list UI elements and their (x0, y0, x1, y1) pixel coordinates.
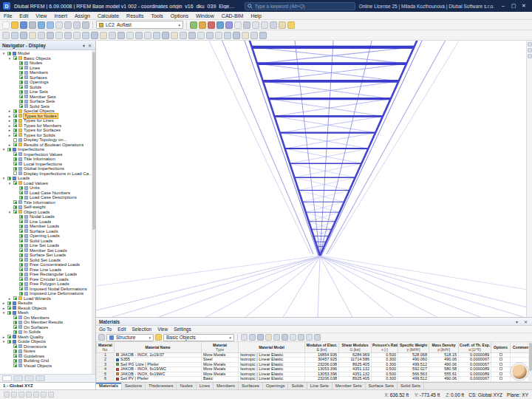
visibility-checkbox[interactable] (19, 90, 23, 94)
table-tab-member-sets[interactable]: Member Sets (332, 383, 366, 389)
view-toolbar-icon-16[interactable] (135, 32, 143, 39)
visibility-checkbox[interactable] (13, 181, 17, 185)
menu-calculate[interactable]: Calculate (94, 12, 123, 20)
table-tool-icon-10[interactable] (314, 334, 321, 341)
materials-menu-edit[interactable]: Edit (115, 326, 129, 333)
navigator-tab-views[interactable] (24, 375, 34, 381)
expand-icon[interactable]: ▸ (7, 118, 12, 123)
view-toolbar-icon-30[interactable] (259, 32, 267, 39)
table-tab-sections[interactable]: Sections (122, 383, 146, 389)
table-tab-materials[interactable]: Materials (96, 383, 122, 389)
open-icon[interactable] (11, 21, 18, 29)
table-scrollbar[interactable] (528, 342, 532, 382)
visibility-checkbox[interactable] (19, 263, 23, 267)
menu-view[interactable]: View (32, 12, 50, 20)
visibility-checkbox[interactable] (13, 316, 17, 319)
table-tab-lines[interactable]: Lines (197, 383, 214, 389)
pin-icon[interactable]: ▾ (81, 43, 86, 48)
visibility-checkbox[interactable] (19, 100, 23, 103)
load-case-combo[interactable]: LC2 Auflast ▾ (96, 21, 183, 29)
view-toolbar-icon-10[interactable] (82, 32, 89, 39)
column-header-coeff-of-th-exp[interactable]: Coeff. of Th. Exp.α [1/°F] (459, 342, 491, 352)
view-toolbar-icon-4[interactable] (29, 32, 36, 39)
visibility-checkbox[interactable] (13, 56, 17, 60)
close-button[interactable]: ✕ (519, 1, 529, 11)
save-icon[interactable] (20, 21, 27, 29)
view-toolbar-icon-3[interactable] (20, 32, 27, 39)
view-toolbar-icon-6[interactable] (47, 32, 54, 39)
new-file-icon[interactable] (2, 21, 10, 29)
column-header-material[interactable]: MaterialType (202, 342, 239, 352)
view-toolbar-icon-25[interactable] (215, 32, 222, 39)
table-tab-surface-sets[interactable]: Surface Sets (366, 383, 398, 389)
navigator-tab-results[interactable] (35, 375, 45, 381)
collapse-icon[interactable]: ▾ (1, 147, 6, 151)
option-checkbox[interactable] (499, 363, 502, 366)
view-toolbar-icon-19[interactable] (162, 32, 169, 39)
menu-tools[interactable]: Tools (147, 12, 166, 20)
view-toolbar-icon-7[interactable] (55, 32, 63, 39)
visibility-checkbox[interactable] (19, 292, 23, 296)
visibility-checkbox[interactable] (7, 340, 11, 344)
visibility-checkbox[interactable] (13, 344, 17, 348)
view-toolbar-icon-20[interactable] (171, 32, 178, 39)
visibility-checkbox[interactable] (19, 191, 23, 194)
visibility-checkbox[interactable] (19, 219, 23, 223)
user-avatar[interactable] (511, 364, 528, 380)
expand-icon[interactable]: ▸ (1, 301, 6, 305)
view-toolbar-icon-17[interactable] (144, 32, 151, 39)
view-toolbar-icon-14[interactable] (117, 32, 125, 39)
visibility-checkbox[interactable] (13, 171, 17, 175)
materials-menu-selection[interactable]: Selection (129, 326, 154, 333)
menu-insert[interactable]: Insert (50, 12, 71, 20)
view-toolbar-icon-2[interactable] (11, 32, 18, 39)
visibility-checkbox[interactable] (13, 349, 17, 353)
menu-window[interactable]: Window (192, 12, 218, 20)
loads-icon[interactable] (208, 21, 215, 29)
visibility-checkbox[interactable] (19, 61, 23, 65)
visibility-checkbox[interactable] (19, 229, 23, 233)
option-checkbox[interactable] (499, 372, 502, 375)
navigator-icon[interactable] (64, 21, 72, 29)
table-tool-icon-1[interactable] (241, 334, 248, 341)
column-header-poisson-s-ratio[interactable]: Poisson's Ratioν [-] (372, 342, 398, 352)
view-toolbar-icon-23[interactable] (197, 32, 205, 39)
maximize-button[interactable]: ▢ (508, 1, 519, 11)
column-header-modulus-of-elast[interactable]: Modulus of Elast.E [ksi] (305, 342, 339, 352)
zoom-in-icon[interactable] (252, 21, 259, 29)
status-toggle-icon-7[interactable] (48, 392, 54, 398)
view-toolbar-icon-21[interactable] (180, 32, 187, 39)
scope-combo[interactable]: Structure ▾ (106, 334, 154, 341)
undo-icon[interactable] (38, 21, 45, 29)
search-box[interactable] (245, 2, 355, 10)
view-toolbar-icon-15[interactable] (126, 32, 134, 39)
visibility-checkbox[interactable] (19, 248, 23, 252)
view-toolbar-icon-5[interactable] (38, 32, 45, 39)
tables-icon[interactable] (73, 21, 81, 29)
menu-edit[interactable]: Edit (16, 12, 32, 20)
dock-icon[interactable]: ▾ (514, 319, 519, 324)
menu-options[interactable]: Options (167, 12, 192, 20)
table-tool-icon-4[interactable] (265, 334, 272, 341)
view-toolbar-icon-11[interactable] (91, 32, 98, 39)
visibility-checkbox[interactable] (19, 66, 23, 69)
view-toolbar-icon-9[interactable] (73, 32, 81, 39)
table-tool-icon-2[interactable] (249, 334, 256, 341)
visibility-checkbox[interactable] (13, 330, 17, 334)
table-tool-icon-6[interactable] (282, 334, 288, 341)
collapse-icon[interactable]: ▾ (1, 51, 6, 55)
option-checkbox[interactable] (499, 377, 502, 380)
tree-item-results-of-boolean-operations[interactable]: ▸Results of Boolean Operations (0, 143, 95, 148)
option-checkbox[interactable] (499, 358, 502, 361)
table-tab-line-sets[interactable]: Line Sets (307, 383, 332, 389)
visibility-checkbox[interactable] (13, 359, 17, 363)
collapse-icon[interactable]: ▾ (1, 176, 6, 180)
table-tab-solid-sets[interactable]: Solid Sets (398, 383, 424, 389)
collapse-icon[interactable]: ▾ (1, 310, 6, 315)
expand-icon[interactable]: ▸ (7, 114, 12, 118)
visibility-checkbox[interactable] (13, 354, 17, 358)
visibility-checkbox[interactable] (19, 71, 23, 75)
visibility-checkbox[interactable] (13, 133, 17, 137)
model-viewport[interactable] (96, 41, 532, 317)
column-header-material-model[interactable]: Material Model (239, 342, 305, 352)
